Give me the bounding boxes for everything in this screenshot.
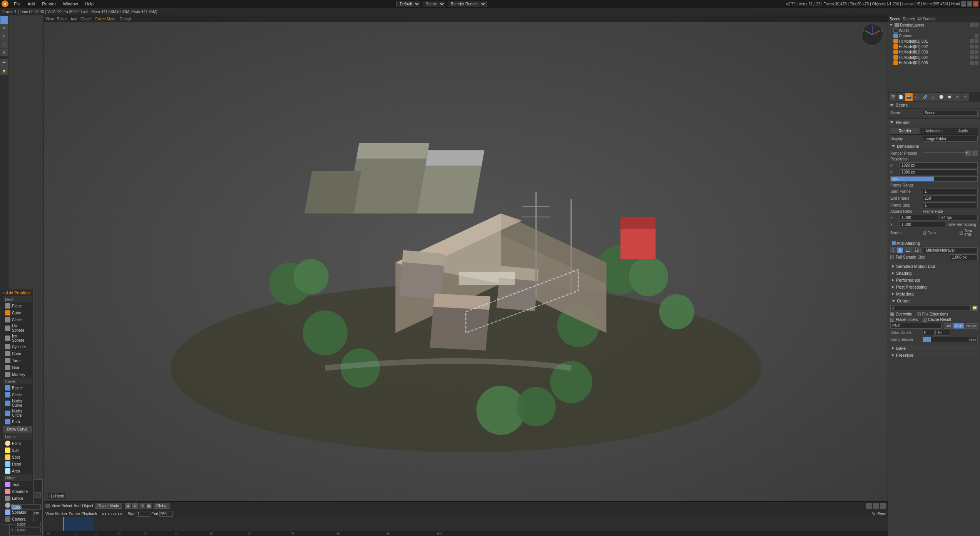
aspect-x-input[interactable]: 1.000 bbox=[900, 215, 938, 220]
mesh-cylinder[interactable]: Cylinder bbox=[8, 343, 32, 350]
draw-curve-btn[interactable]: Draw Curve bbox=[8, 426, 32, 432]
viewport-add-label[interactable]: Add bbox=[74, 504, 80, 508]
m002-render[interactable] bbox=[975, 45, 978, 48]
mesh-uvsphere[interactable]: UV Sphere bbox=[8, 323, 32, 333]
curve-circle[interactable]: Circle bbox=[8, 391, 32, 398]
end-frame-input[interactable]: 250 bbox=[923, 195, 978, 201]
loc-x-slider[interactable]: 0.000 bbox=[15, 522, 41, 526]
format-dropdown[interactable]: PNG bbox=[890, 323, 942, 329]
render-presets-add[interactable]: + bbox=[965, 150, 971, 156]
prop-icon-object[interactable]: ⬡ bbox=[913, 93, 921, 101]
prop-icon-particle[interactable]: ✦ bbox=[953, 93, 961, 101]
tool-camera[interactable]: 📷 bbox=[0, 59, 8, 67]
post-processing-header[interactable]: Post Processing bbox=[890, 284, 978, 290]
tool-grab[interactable]: ✥ bbox=[0, 24, 8, 32]
rgb-btn[interactable]: RGB bbox=[953, 323, 964, 329]
m004-render[interactable] bbox=[975, 55, 978, 59]
crop-checkbox[interactable] bbox=[960, 231, 963, 235]
res-y-input[interactable]: 1080 px bbox=[900, 169, 978, 175]
dimensions-header[interactable]: Dimensions bbox=[890, 143, 978, 149]
viewport-extra-btn3[interactable] bbox=[880, 503, 886, 509]
fps-input[interactable]: 24 fps bbox=[940, 215, 978, 220]
curve-path[interactable]: Path bbox=[8, 418, 32, 425]
file-ext-checkbox[interactable] bbox=[917, 312, 921, 316]
m001-visibility[interactable] bbox=[970, 39, 974, 43]
output-path-input[interactable]: // bbox=[890, 305, 971, 311]
m003-render[interactable] bbox=[975, 50, 978, 54]
outliner-hcmodel-002[interactable]: HcModel[01].002 bbox=[892, 44, 980, 49]
res-x-input[interactable]: 1920 px bbox=[900, 162, 978, 168]
timeline-marker[interactable]: Marker bbox=[55, 512, 67, 516]
mesh-circle[interactable]: Circle bbox=[8, 316, 32, 323]
m002-visibility[interactable] bbox=[970, 45, 974, 48]
aa-filter-dropdown[interactable]: Mitchell-Netravali bbox=[924, 247, 978, 253]
viewport-object-menu[interactable]: Object bbox=[80, 17, 92, 21]
menu-window[interactable]: Window bbox=[60, 1, 81, 7]
viewport-object-label[interactable]: Object bbox=[82, 504, 93, 508]
visibility-icon[interactable] bbox=[970, 23, 974, 27]
frame-step-input[interactable]: 1 bbox=[923, 202, 978, 208]
outliner-world[interactable]: World bbox=[892, 28, 980, 33]
menu-file[interactable]: File bbox=[11, 1, 24, 7]
prop-icon-data[interactable]: △ bbox=[929, 93, 937, 101]
other-lattice[interactable]: Lattice bbox=[8, 495, 32, 502]
aa-checkbox[interactable] bbox=[892, 241, 896, 245]
tool-transform[interactable]: ⊕ bbox=[0, 48, 8, 56]
color-depth-slider[interactable]: 8 bbox=[923, 330, 935, 335]
render-presets-remove[interactable]: - bbox=[972, 150, 978, 156]
overwrite-checkbox[interactable] bbox=[890, 312, 894, 316]
render-tab-audio[interactable]: Audio bbox=[948, 128, 978, 134]
global-dropdown[interactable]: Global bbox=[154, 503, 170, 509]
prop-icon-material[interactable]: ⚪ bbox=[937, 93, 945, 101]
viewport-btn-4[interactable]: ▦ bbox=[146, 503, 152, 509]
3d-viewport[interactable]: X Y Z View Select Add Object Object Mode… bbox=[44, 15, 888, 510]
menu-add[interactable]: Add bbox=[25, 1, 38, 7]
placeholders-checkbox[interactable] bbox=[890, 318, 894, 322]
viewport-btn-1[interactable]: ● bbox=[125, 503, 131, 509]
m001-render[interactable] bbox=[975, 39, 978, 43]
bw-btn[interactable]: BW bbox=[944, 323, 953, 329]
prop-icon-scene[interactable]: 🎬 bbox=[889, 93, 896, 101]
border-checkbox[interactable] bbox=[923, 231, 926, 235]
tool-scale[interactable]: ⤡ bbox=[0, 40, 8, 48]
prop-icon-physics[interactable]: 〜 bbox=[962, 93, 969, 101]
prop-icon-render[interactable]: 📷 bbox=[905, 93, 913, 101]
m005-render[interactable] bbox=[975, 61, 978, 65]
outliner-search-tab[interactable]: Search bbox=[903, 17, 915, 21]
performance-header[interactable]: Performance bbox=[890, 277, 978, 283]
lamp-area[interactable]: Area bbox=[8, 468, 32, 474]
no-sync-label[interactable]: No Sync bbox=[871, 512, 886, 516]
other-text[interactable]: Text bbox=[8, 481, 32, 488]
viewport-extra-btn2[interactable] bbox=[873, 503, 879, 509]
radius-slider[interactable]: 1.000 bbox=[11, 504, 41, 510]
output-browse-btn[interactable]: 📁 bbox=[972, 306, 978, 311]
prop-icon-renderlayers[interactable]: 📄 bbox=[897, 93, 905, 101]
timeline-playback[interactable]: Playback bbox=[82, 512, 97, 516]
mesh-cube[interactable]: Cube bbox=[8, 309, 32, 316]
bake-header[interactable]: Bake bbox=[890, 345, 978, 351]
size-input[interactable]: 1.000 px bbox=[950, 254, 978, 260]
curve-nurbs-circle[interactable]: Nurbs Circle bbox=[8, 408, 32, 418]
m004-visibility[interactable] bbox=[970, 55, 974, 59]
smb-header[interactable]: Sampled Motion Blur bbox=[890, 263, 978, 269]
timeline-start-input[interactable] bbox=[137, 511, 150, 517]
m003-visibility[interactable] bbox=[970, 50, 974, 54]
viewport-mode[interactable]: Object Mode bbox=[95, 17, 117, 21]
viewport-btn-2[interactable]: ○ bbox=[132, 503, 138, 509]
start-frame-input[interactable]: 1 bbox=[923, 189, 978, 194]
close-button[interactable]: × bbox=[973, 1, 978, 7]
loc-y-slider[interactable]: 0.000 bbox=[15, 528, 41, 532]
minimize-button[interactable]: _ bbox=[961, 1, 966, 7]
shading-header[interactable]: Shading bbox=[890, 270, 978, 276]
aa-btn-16[interactable]: 16 bbox=[913, 247, 921, 253]
res-pct-slider[interactable]: 50% bbox=[890, 176, 978, 182]
timeline-view[interactable]: View bbox=[45, 512, 54, 516]
lamp-hemi[interactable]: Hemi bbox=[8, 461, 32, 468]
color-depth-value2[interactable]: 16 bbox=[935, 330, 950, 336]
tool-lamp[interactable]: 💡 bbox=[0, 67, 8, 75]
render-icon[interactable] bbox=[975, 23, 978, 27]
render-presets-dropdown[interactable] bbox=[923, 152, 964, 154]
output-header[interactable]: Output bbox=[890, 298, 978, 304]
curve-nurbs[interactable]: Nurbs Curve bbox=[8, 398, 32, 408]
compression-slider[interactable]: 15% bbox=[923, 337, 978, 342]
